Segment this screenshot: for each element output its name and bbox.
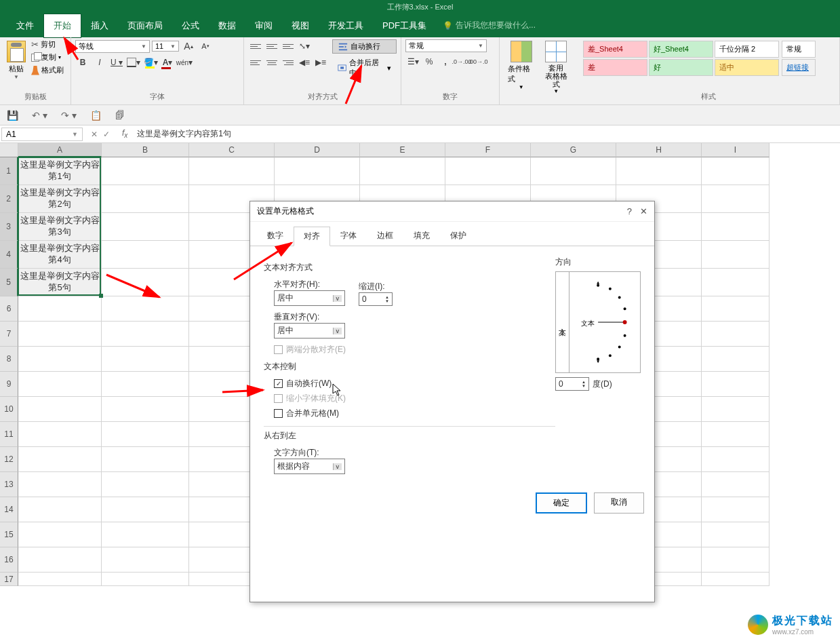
cell-A11[interactable] [18,422,102,447]
cell-I3[interactable] [702,213,769,241]
cell-B11[interactable] [102,422,189,447]
align-center-button[interactable] [264,56,279,69]
copy-button[interactable]: 复制▾ [31,52,64,62]
cell-B3[interactable] [102,213,189,241]
cell-I14[interactable] [702,497,769,522]
cancel-formula-button[interactable]: ✕ [91,130,98,139]
cell-I13[interactable] [702,472,769,497]
italic-button[interactable]: I [92,56,107,69]
save-button[interactable]: 💾 [7,110,18,121]
cell-I17[interactable] [702,573,769,586]
cell-A6[interactable] [18,296,102,322]
col-header-B[interactable]: B [102,143,189,157]
col-header-H[interactable]: H [616,143,702,157]
select-all-corner[interactable] [0,143,18,157]
col-header-F[interactable]: F [445,143,531,157]
formula-input[interactable]: 这里是举例文字内容第1句 [133,127,840,141]
decrease-decimal-button[interactable]: .00→.0 [471,55,485,69]
indent-spinner[interactable]: 0▲▼ [359,292,393,306]
col-header-G[interactable]: G [531,143,616,157]
row-header-16[interactable]: 16 [0,547,18,573]
col-header-E[interactable]: E [360,143,445,157]
cell-B4[interactable] [102,241,189,269]
cell-B5[interactable] [102,269,189,296]
tab-protection[interactable]: 保护 [440,226,477,246]
row-header-2[interactable]: 2 [0,185,18,213]
cell-A16[interactable] [18,547,102,573]
format-painter-button[interactable]: 格式刷 [31,65,64,75]
cell-A13[interactable] [18,472,102,497]
cut-button[interactable]: ✂剪切 [31,39,64,50]
tab-home[interactable]: 开始 [43,14,81,38]
decrease-indent-button[interactable]: ◀≡ [297,56,312,69]
tab-data[interactable]: 数据 [209,14,245,37]
style-good[interactable]: 好 [649,59,713,76]
row-header-8[interactable]: 8 [0,347,18,372]
cell-C1[interactable] [189,157,275,185]
col-header-C[interactable]: C [189,143,275,157]
fx-icon[interactable]: fx [117,128,133,139]
row-header-1[interactable]: 1 [0,157,18,185]
h-align-select[interactable]: 居中v [274,290,345,306]
dialog-title-bar[interactable]: 设置单元格格式 ? ✕ [250,201,654,222]
orientation-dial[interactable]: 文本 [569,272,640,372]
style-hyperlink[interactable]: 超链接 [782,59,816,76]
cell-A2[interactable]: 这里是举例文字内容第2句 [18,185,102,213]
cell-B1[interactable] [102,157,189,185]
row-header-14[interactable]: 14 [0,497,18,522]
cell-B8[interactable] [102,347,189,372]
cell-A7[interactable] [18,322,102,347]
cell-H1[interactable] [616,157,702,185]
decrease-font-button[interactable]: A▾ [198,39,213,53]
accounting-format-button[interactable]: ☰▾ [405,55,420,69]
row-header-17[interactable]: 17 [0,573,18,586]
bold-button[interactable]: B [75,56,90,69]
cell-A8[interactable] [18,347,102,372]
cell-A10[interactable] [18,397,102,422]
degrees-spinner[interactable]: 0▲▼ [555,377,589,391]
tab-fill[interactable]: 填充 [403,226,440,246]
col-header-I[interactable]: I [702,143,769,157]
cell-B17[interactable] [102,573,189,586]
close-button[interactable]: ✕ [640,206,647,216]
cell-A14[interactable] [18,497,102,522]
row-header-10[interactable]: 10 [0,397,18,422]
cell-styles-gallery[interactable]: 差_Sheet4 好_Sheet4 千位分隔 2 差 好 适中 [582,39,780,77]
cell-D1[interactable] [275,157,360,185]
conditional-format-button[interactable]: 条件格式 ▼ [504,39,539,92]
tab-page-layout[interactable]: 页面布局 [118,14,172,37]
fill-color-button[interactable]: 🪣▾ [143,56,158,69]
style-good-sheet4[interactable]: 好_Sheet4 [649,41,713,58]
cell-A1[interactable]: 这里是举例文字内容第1句 [18,157,102,185]
align-right-button[interactable] [281,56,296,69]
tab-view[interactable]: 视图 [282,14,319,37]
redo-button[interactable]: ↷ ▾ [61,110,77,121]
tab-insert[interactable]: 插入 [81,14,118,37]
cell-I5[interactable] [702,269,769,296]
cell-B14[interactable] [102,497,189,522]
cell-A12[interactable] [18,447,102,472]
align-left-button[interactable] [248,56,263,69]
increase-indent-button[interactable]: ▶≡ [313,56,328,69]
orientation-control[interactable]: 文本 文本 [555,271,641,373]
text-direction-select[interactable]: 根据内容v [274,459,345,474]
cell-I9[interactable] [702,372,769,397]
style-normal[interactable]: 常规 [782,41,816,58]
row-header-3[interactable]: 3 [0,213,18,241]
cell-A15[interactable] [18,522,102,547]
align-top-button[interactable] [248,39,263,53]
help-button[interactable]: ? [627,206,632,216]
phonetic-button[interactable]: wén▾ [177,56,192,69]
font-name-combo[interactable]: 等线▼ [75,40,150,53]
ok-button[interactable]: 确定 [536,492,587,514]
cell-I8[interactable] [702,347,769,372]
cell-A3[interactable]: 这里是举例文字内容第3句 [18,213,102,241]
cell-B2[interactable] [102,185,189,213]
tab-alignment[interactable]: 对齐 [294,227,330,246]
wrap-text-button[interactable]: 自动换行 [332,39,397,54]
cell-A17[interactable] [18,573,102,586]
row-header-7[interactable]: 7 [0,322,18,347]
table-format-button[interactable]: 套用 表格格式 ▼ [539,39,574,96]
cell-B15[interactable] [102,522,189,547]
increase-decimal-button[interactable]: .0→.00 [454,55,469,69]
